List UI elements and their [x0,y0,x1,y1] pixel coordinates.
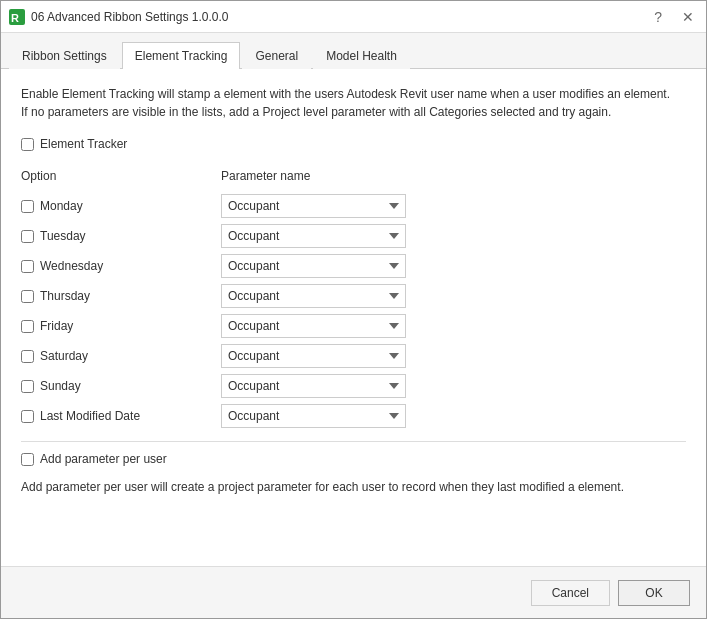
table-header: Option Parameter name [21,165,686,187]
checkbox-monday[interactable] [21,200,34,213]
add-param-note: Add parameter per user will create a pro… [21,478,686,496]
tab-general[interactable]: General [242,42,311,69]
add-param-row: Add parameter per user [21,452,686,466]
element-tracker-label[interactable]: Element Tracker [40,137,127,151]
select-sunday[interactable]: Occupant [221,374,406,398]
checkbox-sunday[interactable] [21,380,34,393]
content-area: Enable Element Tracking will stamp a ele… [1,69,706,566]
option-cell-friday: Friday [21,319,221,333]
description-text: Enable Element Tracking will stamp a ele… [21,85,686,121]
checkbox-tuesday[interactable] [21,230,34,243]
table-row: Friday Occupant [21,311,686,341]
add-param-checkbox[interactable] [21,453,34,466]
select-thursday[interactable]: Occupant [221,284,406,308]
label-sunday[interactable]: Sunday [40,379,81,393]
table-row: Last Modified Date Occupant [21,401,686,431]
table-row: Saturday Occupant [21,341,686,371]
option-cell-tuesday: Tuesday [21,229,221,243]
col-param-header: Parameter name [221,169,686,183]
option-cell-thursday: Thursday [21,289,221,303]
option-cell-wednesday: Wednesday [21,259,221,273]
select-tuesday[interactable]: Occupant [221,224,406,248]
label-wednesday[interactable]: Wednesday [40,259,103,273]
option-cell-saturday: Saturday [21,349,221,363]
separator [21,441,686,442]
element-tracker-row: Element Tracker [21,137,686,151]
select-friday[interactable]: Occupant [221,314,406,338]
titlebar-left: R 06 Advanced Ribbon Settings 1.0.0.0 [9,9,228,25]
option-cell-monday: Monday [21,199,221,213]
table-row: Wednesday Occupant [21,251,686,281]
main-window: R 06 Advanced Ribbon Settings 1.0.0.0 ? … [0,0,707,619]
tab-model-health[interactable]: Model Health [313,42,410,69]
checkbox-saturday[interactable] [21,350,34,363]
label-last-modified[interactable]: Last Modified Date [40,409,140,423]
checkbox-last-modified[interactable] [21,410,34,423]
footer: Cancel OK [1,566,706,618]
select-saturday[interactable]: Occupant [221,344,406,368]
checkbox-thursday[interactable] [21,290,34,303]
element-tracker-checkbox[interactable] [21,138,34,151]
app-icon: R [9,9,25,25]
table-row: Tuesday Occupant [21,221,686,251]
tab-element-tracking[interactable]: Element Tracking [122,42,241,69]
col-option-header: Option [21,169,221,183]
option-cell-sunday: Sunday [21,379,221,393]
help-button[interactable]: ? [650,8,666,26]
titlebar: R 06 Advanced Ribbon Settings 1.0.0.0 ? … [1,1,706,33]
table-row: Thursday Occupant [21,281,686,311]
table-row: Monday Occupant [21,191,686,221]
label-monday[interactable]: Monday [40,199,83,213]
cancel-button[interactable]: Cancel [531,580,610,606]
titlebar-controls: ? ✕ [650,8,698,26]
select-last-modified[interactable]: Occupant [221,404,406,428]
ok-button[interactable]: OK [618,580,690,606]
table-row: Sunday Occupant [21,371,686,401]
tab-ribbon-settings[interactable]: Ribbon Settings [9,42,120,69]
window-title: 06 Advanced Ribbon Settings 1.0.0.0 [31,10,228,24]
select-monday[interactable]: Occupant [221,194,406,218]
add-param-label[interactable]: Add parameter per user [40,452,167,466]
tab-bar: Ribbon Settings Element Tracking General… [1,33,706,69]
select-wednesday[interactable]: Occupant [221,254,406,278]
label-friday[interactable]: Friday [40,319,73,333]
checkbox-wednesday[interactable] [21,260,34,273]
label-thursday[interactable]: Thursday [40,289,90,303]
close-button[interactable]: ✕ [678,8,698,26]
svg-text:R: R [11,12,19,24]
checkbox-friday[interactable] [21,320,34,333]
label-tuesday[interactable]: Tuesday [40,229,86,243]
option-cell-last-modified: Last Modified Date [21,409,221,423]
label-saturday[interactable]: Saturday [40,349,88,363]
